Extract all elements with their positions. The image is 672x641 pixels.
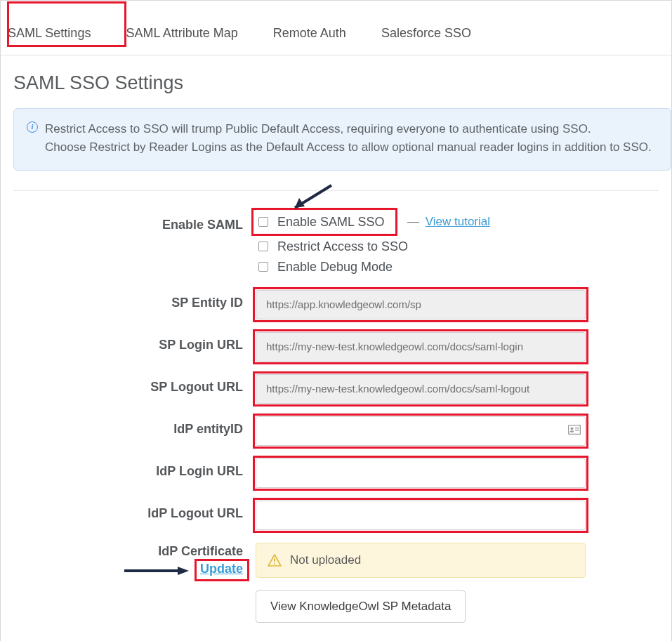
warning-icon: [268, 554, 282, 567]
link-update-certificate[interactable]: Update: [200, 562, 243, 576]
certificate-status-text: Not uploaded: [290, 553, 361, 567]
checkbox-enable-saml-sso[interactable]: [258, 217, 268, 227]
label-idp-logout-url: IdP Logout URL: [13, 501, 256, 521]
label-sp-logout-url: SP Logout URL: [13, 374, 256, 395]
checkbox-restrict-access[interactable]: [258, 242, 268, 251]
certificate-status-alert: Not uploaded: [256, 543, 586, 578]
svg-line-0: [295, 185, 331, 208]
page-title: SAML SSO Settings: [13, 72, 671, 94]
input-sp-entity-id[interactable]: [256, 290, 586, 319]
checkbox-label-restrict-access: Restrict Access to SSO: [277, 239, 408, 254]
label-sp-login-url: SP Login URL: [13, 332, 256, 352]
separator-dash: —: [407, 215, 419, 228]
svg-rect-10: [274, 558, 275, 562]
checkbox-label-enable-saml-sso: Enable SAML SSO: [277, 215, 384, 230]
label-enable-saml: Enable SAML: [13, 212, 256, 232]
label-idp-certificate: IdP Certificate: [13, 544, 243, 559]
input-idp-entity-id[interactable]: [256, 416, 586, 446]
svg-rect-4: [570, 430, 574, 432]
input-sp-login-url[interactable]: [256, 332, 586, 362]
label-idp-login-url: IdP Login URL: [13, 458, 256, 479]
label-sp-entity-id: SP Entity ID: [13, 290, 256, 310]
label-idp-entity-id: IdP entityID: [13, 416, 256, 437]
tab-bar: SAML Settings SAML Attribute Map Remote …: [1, 15, 671, 55]
svg-point-3: [571, 427, 574, 430]
info-text-line1: Restrict Access to SSO will trump Public…: [45, 120, 657, 138]
svg-point-11: [274, 563, 275, 564]
link-view-tutorial[interactable]: View tutorial: [426, 215, 490, 228]
input-idp-login-url[interactable]: [256, 458, 586, 488]
divider: [13, 190, 659, 191]
input-sp-logout-url[interactable]: [256, 374, 586, 404]
tab-salesforce-sso[interactable]: Salesforce SSO: [374, 25, 478, 42]
info-icon: i: [27, 121, 38, 133]
info-text-line2: Choose Restrict by Reader Logins as the …: [45, 138, 657, 157]
tab-remote-auth[interactable]: Remote Auth: [266, 25, 353, 42]
info-banner: i Restrict Access to SSO will trump Publ…: [13, 108, 671, 171]
tab-saml-settings[interactable]: SAML Settings: [1, 25, 98, 42]
checkbox-enable-debug[interactable]: [258, 262, 268, 272]
annotation-arrow: [120, 564, 190, 578]
svg-marker-1: [295, 198, 305, 208]
view-sp-metadata-button[interactable]: View KnowledgeOwl SP Metadata: [256, 590, 466, 623]
svg-rect-6: [575, 430, 579, 430]
annotation-arrow: [286, 183, 336, 213]
tab-saml-attribute-map[interactable]: SAML Attribute Map: [119, 25, 244, 42]
checkbox-label-enable-debug: Enable Debug Mode: [277, 260, 393, 275]
id-card-icon: [568, 424, 581, 438]
svg-marker-8: [178, 567, 189, 575]
input-idp-logout-url[interactable]: [256, 501, 586, 530]
svg-rect-5: [575, 428, 579, 428]
